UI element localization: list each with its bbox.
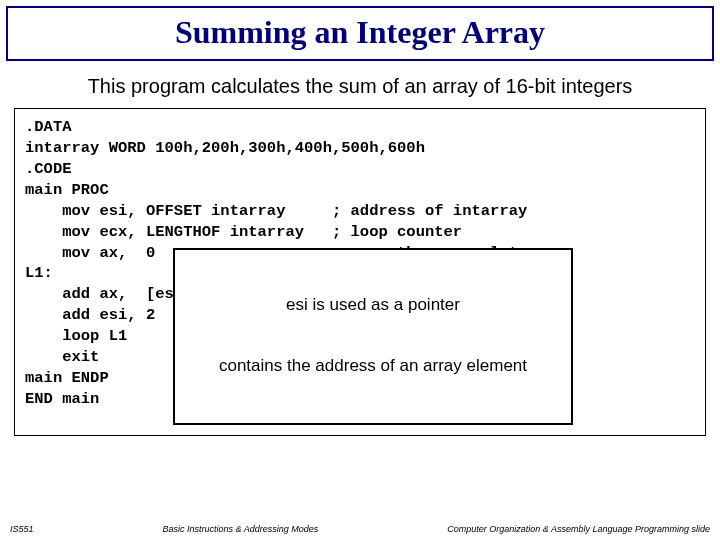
- footer-left: IS551: [10, 524, 34, 534]
- slide-title: Summing an Integer Array: [8, 14, 712, 51]
- footer-right: Computer Organization & Assembly Languag…: [447, 524, 710, 534]
- callout-line1: esi is used as a pointer: [185, 295, 561, 315]
- footer-mid: Basic Instructions & Addressing Modes: [162, 524, 318, 534]
- title-inner: Summing an Integer Array: [8, 8, 712, 59]
- callout-box: esi is used as a pointer contains the ad…: [173, 248, 573, 425]
- slide-subtitle: This program calculates the sum of an ar…: [8, 75, 712, 98]
- code-box: .DATA intarray WORD 100h,200h,300h,400h,…: [14, 108, 706, 436]
- title-band: Summing an Integer Array: [6, 6, 714, 61]
- callout-line2: contains the address of an array element: [185, 356, 561, 376]
- footer: IS551 Basic Instructions & Addressing Mo…: [0, 524, 720, 534]
